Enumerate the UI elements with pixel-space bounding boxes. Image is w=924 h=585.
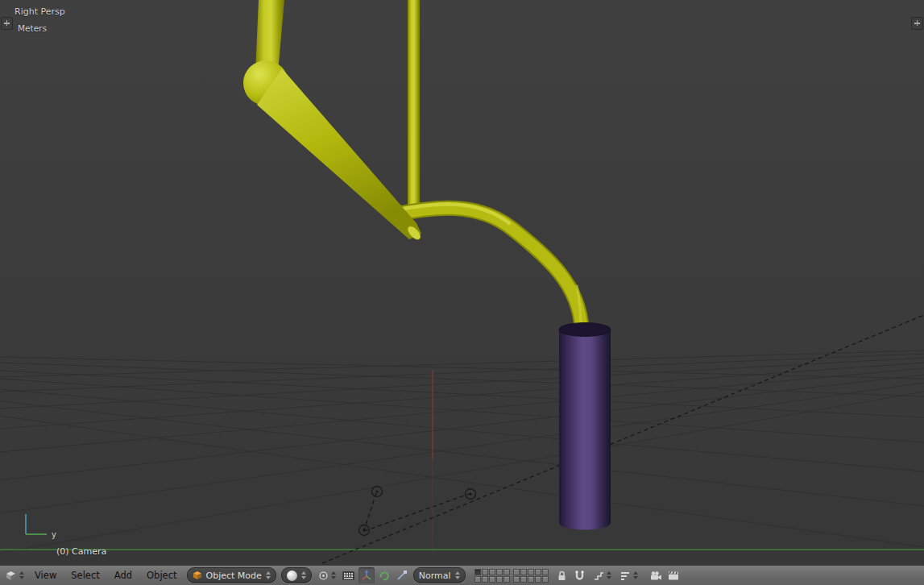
- opengl-render-button[interactable]: [648, 567, 664, 583]
- translate-manipulator-icon: [360, 569, 373, 582]
- layer-button[interactable]: [482, 569, 488, 575]
- editor-type-selector[interactable]: [3, 567, 27, 583]
- active-object-label: (0) Camera: [56, 547, 106, 557]
- translate-manipulator-button[interactable]: [358, 567, 375, 583]
- camera-icon: [649, 570, 662, 581]
- shading-dropdown[interactable]: [281, 567, 312, 583]
- layer-button[interactable]: [496, 576, 503, 583]
- layer-button[interactable]: [513, 569, 520, 575]
- manipulator-grid-icon: [342, 571, 354, 580]
- scale-manipulator-icon: [396, 569, 408, 582]
- orientation-dropdown[interactable]: Normal: [413, 567, 466, 583]
- viewport-header: View Select Add Object Object Mode: [0, 565, 924, 585]
- 3d-viewport[interactable]: Right Persp Meters (0) Camera y: [0, 0, 924, 565]
- mode-dropdown[interactable]: Object Mode: [187, 567, 276, 583]
- layer-button[interactable]: [528, 576, 534, 583]
- viewport-scene: [0, 0, 924, 565]
- clapper-icon: [667, 570, 680, 581]
- cylinder-body[interactable]: [559, 330, 611, 530]
- layer-button[interactable]: [542, 569, 549, 575]
- layer-button[interactable]: [513, 576, 520, 583]
- y-axis-gizmo-label: y: [52, 530, 56, 539]
- dropdown-arrows-icon: [607, 571, 611, 579]
- magnet-icon: [574, 570, 586, 581]
- plus-icon: [4, 23, 10, 24]
- menu-object[interactable]: Object: [139, 568, 184, 583]
- empty-center-dot: [375, 490, 378, 492]
- pivot-point-icon: [318, 570, 329, 581]
- view-name-label: Right Persp: [15, 7, 65, 17]
- snap-element-icon: [593, 570, 604, 581]
- orientation-dropdown-label: Normal: [419, 570, 451, 581]
- layer-button[interactable]: [482, 576, 488, 583]
- snap-element-dropdown[interactable]: [590, 567, 614, 583]
- layer-button[interactable]: [535, 569, 541, 575]
- manipulator-toggle-button[interactable]: [341, 567, 357, 583]
- layer-button[interactable]: [489, 569, 495, 575]
- rotate-manipulator-button[interactable]: [376, 567, 392, 583]
- pivot-center-dropdown[interactable]: [316, 567, 338, 583]
- snap-toggle-button[interactable]: [572, 567, 588, 583]
- cylinder-top-face: [559, 323, 611, 337]
- snap-target-icon: [619, 570, 631, 581]
- layer-button[interactable]: [535, 576, 541, 583]
- object-mode-cube-icon: [193, 570, 202, 580]
- layer-group: [513, 569, 549, 583]
- grid-unit-label: Meters: [18, 23, 47, 33]
- plus-icon: [914, 23, 920, 24]
- properties-expand-tab[interactable]: [911, 17, 923, 30]
- layer-button[interactable]: [474, 576, 481, 583]
- purple-cylinder-object[interactable]: [559, 323, 611, 530]
- layer-button[interactable]: [503, 569, 510, 575]
- layers-widget[interactable]: [474, 569, 549, 583]
- vertical-thin-tube[interactable]: [408, 0, 420, 213]
- layer-button[interactable]: [520, 576, 527, 583]
- editor-3d-view-icon: [5, 570, 17, 581]
- rotate-manipulator-icon: [378, 569, 391, 582]
- layer-button[interactable]: [520, 569, 527, 575]
- layer-button[interactable]: [503, 576, 510, 583]
- mini-axis-gizmo: y: [15, 508, 64, 548]
- dropdown-arrows-icon: [301, 571, 306, 579]
- dropdown-arrows-icon: [633, 571, 638, 579]
- layer-button[interactable]: [489, 576, 495, 583]
- dropdown-arrows-icon: [266, 571, 271, 579]
- empty-center-dot: [469, 492, 471, 495]
- dropdown-arrows-icon: [19, 571, 24, 579]
- menu-select[interactable]: Select: [64, 568, 106, 583]
- empty-center-dot: [363, 529, 365, 531]
- snap-target-dropdown[interactable]: [617, 567, 640, 583]
- layer-button[interactable]: [474, 569, 481, 575]
- menu-add[interactable]: Add: [107, 568, 139, 583]
- opengl-render-anim-button[interactable]: [665, 567, 682, 583]
- blender-window: Right Persp Meters (0) Camera y View Sel…: [0, 0, 924, 585]
- mode-dropdown-label: Object Mode: [206, 570, 262, 581]
- toolshelf-expand-tab[interactable]: [1, 17, 13, 30]
- layer-button[interactable]: [542, 576, 549, 583]
- scale-manipulator-button[interactable]: [394, 567, 410, 583]
- layer-button[interactable]: [496, 569, 503, 575]
- viewport-background: [0, 0, 924, 565]
- layer-group: [474, 569, 510, 583]
- dropdown-arrows-icon: [455, 571, 460, 579]
- dropdown-arrows-icon: [331, 571, 336, 579]
- layer-button[interactable]: [528, 569, 534, 575]
- lock-icon: [556, 570, 568, 581]
- lock-button[interactable]: [554, 567, 570, 583]
- shading-sphere-icon: [287, 570, 297, 581]
- menu-view[interactable]: View: [27, 568, 64, 583]
